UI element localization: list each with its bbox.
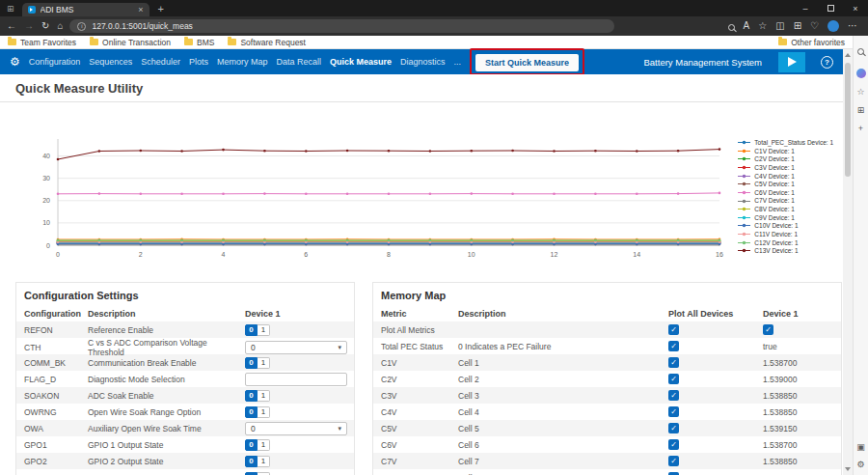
sidebar-search-icon[interactable] [857,42,864,59]
legend-item-c5v[interactable]: C5V Device: 1 [737,181,833,187]
toggle-option-1[interactable]: 1 [258,406,270,418]
checkbox-checked[interactable]: ✓ [668,324,679,335]
help-icon[interactable]: ? [821,56,833,69]
more-menu-icon[interactable]: ⋯ [848,21,857,31]
close-button[interactable]: × [843,0,868,16]
sidebar-collections-icon[interactable]: ⊞ [857,106,865,115]
favorites-bar-item-software-request[interactable]: Software Request [228,38,306,47]
minimize-button[interactable]: – [793,0,818,16]
other-favorites[interactable]: Other favorites [778,38,845,47]
legend-item-c3v[interactable]: C3V Device: 1 [737,164,833,171]
checkbox-checked[interactable]: ✓ [668,357,679,368]
scroll-up-arrow-icon[interactable] [845,53,851,57]
workspaces-icon[interactable]: ⊞ [7,4,14,14]
page-scrollbar[interactable] [843,49,853,475]
toggle-option-0[interactable]: 0 [245,357,258,369]
checkbox-checked[interactable]: ✓ [668,439,679,450]
nav-item-scheduler[interactable]: Scheduler [141,57,180,67]
nav-item-data-recall[interactable]: Data Recall [276,57,321,67]
checkbox-checked[interactable]: ✓ [668,390,679,401]
favorites-bar-item-bms[interactable]: BMS [184,38,214,47]
toggle-option-1[interactable]: 1 [258,456,270,467]
tab-close-icon[interactable]: × [138,5,143,14]
home-button[interactable]: ⌂ [57,21,63,31]
nav-item-sequences[interactable]: Sequences [89,57,132,67]
nav-item-more[interactable]: ... [454,57,462,67]
legend-item-c7v[interactable]: C7V Device: 1 [737,197,833,204]
nav-item-configuration[interactable]: Configuration [29,57,81,67]
favorites-star-icon[interactable]: ☆ [758,21,767,31]
legend-item-c4v[interactable]: C4V Device: 1 [737,173,833,180]
legend-item-c6v[interactable]: C6V Device: 1 [737,189,833,196]
refresh-button[interactable]: ↻ [41,21,49,31]
nav-item-memory-map[interactable]: Memory Map [217,57,268,67]
browser-essentials-icon[interactable]: ♡ [810,21,819,31]
legend-item-c12v[interactable]: C12V Device: 1 [737,239,833,246]
device1-cell: 1.538850 [763,391,833,401]
sidebar-add-icon[interactable]: + [858,125,863,133]
toggle-option-0[interactable]: 0 [245,472,258,475]
config-desc: ADC Soak Enable [88,391,245,401]
favorites-bar-item-team-favorites[interactable]: Team Favorites [8,38,76,47]
legend-item-c2v[interactable]: C2V Device: 1 [737,155,833,162]
toggle-option-0[interactable]: 0 [245,439,258,451]
scrollbar-thumb[interactable] [845,63,851,177]
legend-item-c13v[interactable]: C13V Device: 1 [737,247,833,254]
browser-tab[interactable]: ADI BMS × [22,3,149,16]
sidebar-screenshot-icon[interactable]: ▣ [856,443,865,452]
profile-avatar[interactable] [827,20,839,32]
toggle-option-0[interactable]: 0 [245,456,258,467]
collections-icon[interactable]: ⊞ [794,21,801,31]
start-quick-measure-button[interactable]: Start Quick Measure [475,54,579,71]
toggle-option-1[interactable]: 1 [258,390,270,402]
toggle-option-1[interactable]: 1 [258,324,270,336]
site-info-icon[interactable]: i [77,22,86,31]
toggle-option-1[interactable]: 1 [258,472,270,475]
sidebar-copilot-icon[interactable] [856,69,866,78]
dropdown-select[interactable]: 0▾ [245,422,347,435]
plot-all-cell: ✓ [668,390,763,401]
toggle-option-1[interactable]: 1 [258,357,270,369]
checkbox-checked[interactable]: ✓ [668,374,679,384]
text-input[interactable] [245,373,347,386]
sidebar-settings-icon[interactable]: ⚙ [856,461,864,469]
checkbox-checked[interactable]: ✓ [668,406,679,417]
plot-all-cell: ✓ [668,406,763,417]
checkbox-checked[interactable]: ✓ [668,423,679,433]
favorite-label: Online Transaction [102,38,171,47]
toggle-option-0[interactable]: 0 [245,406,258,418]
checkbox-checked[interactable]: ✓ [763,324,773,335]
legend-item-c11v[interactable]: C11V Device: 1 [737,231,833,238]
nav-item-plots[interactable]: Plots [189,57,208,67]
settings-gear-icon[interactable]: ⚙ [10,55,20,69]
checkbox-checked[interactable]: ✓ [668,456,679,466]
legend-item-total-pec-status[interactable]: Total_PEC_Status Device: 1 [737,139,833,146]
dropdown-select[interactable]: 0▾ [245,341,347,354]
toggle-01: 01 [245,390,270,402]
plot-all-cell: ✓ [668,341,763,351]
new-tab-button[interactable]: + [158,3,164,14]
toggle-option-1[interactable]: 1 [258,439,270,451]
nav-item-diagnostics[interactable]: Diagnostics [400,57,446,67]
split-screen-icon[interactable]: ◫ [775,21,784,31]
read-aloud-icon[interactable]: A [744,21,750,31]
back-button[interactable]: ← [7,21,16,31]
sidebar-favorites-icon[interactable]: ☆ [856,88,864,97]
toggle-option-0[interactable]: 0 [245,324,258,336]
legend-item-c8v[interactable]: C8V Device: 1 [737,206,833,212]
config-name: OWRNG [24,407,88,417]
table-row-c4v: C4VCell 4✓1.538850 [373,404,841,420]
legend-item-c9v[interactable]: C9V Device: 1 [737,214,833,221]
search-icon[interactable] [728,17,735,35]
address-bar[interactable]: i 127.0.0.1:5001/quick_meas [69,19,614,33]
scroll-down-arrow-icon[interactable] [845,467,851,471]
forward-button[interactable]: → [24,21,34,31]
legend-item-c1v[interactable]: C1V Device: 1 [737,148,833,154]
nav-item-quick-measure[interactable]: Quick Measure [330,57,392,67]
legend-item-c10v[interactable]: C10V Device: 1 [737,222,833,229]
checkbox-checked[interactable]: ✓ [668,341,679,351]
maximize-button[interactable] [818,0,843,16]
toggle-option-0[interactable]: 0 [245,390,258,402]
config-desc: Diagnostic Mode Selection [88,375,245,384]
favorites-bar-item-online-transaction[interactable]: Online Transaction [90,38,171,47]
